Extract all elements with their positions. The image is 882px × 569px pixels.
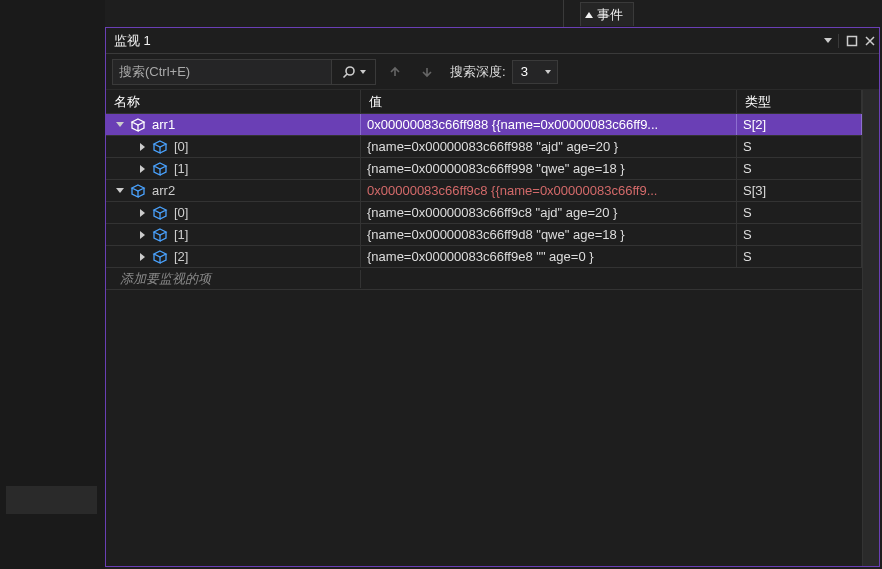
table-row[interactable]: arr20x00000083c66ff9c8 {{name=0x00000083… <box>106 179 862 202</box>
divider <box>838 34 839 48</box>
value-cell: {name=0x00000083c66ff998 "qwe" age=18 } <box>361 158 737 179</box>
value-cell: {name=0x00000083c66ff988 "ajd" age=20 } <box>361 136 737 157</box>
row-name: [0] <box>172 205 188 220</box>
row-name: [1] <box>172 227 188 242</box>
name-cell: [1] <box>106 224 361 245</box>
table-row[interactable]: [2]{name=0x00000083c66ff9e8 "" age=0 }S <box>106 245 862 268</box>
arrow-up-icon <box>388 65 402 79</box>
value-cell: {name=0x00000083c66ff9c8 "ajd" age=20 } <box>361 202 737 223</box>
search-options-button[interactable] <box>332 59 376 85</box>
name-cell: [2] <box>106 246 361 267</box>
object-icon <box>152 249 168 265</box>
row-name: arr2 <box>150 183 175 198</box>
name-cell: [1] <box>106 158 361 179</box>
collapse-icon[interactable] <box>114 188 126 193</box>
search-next-button[interactable] <box>414 59 440 85</box>
vertical-scrollbar[interactable] <box>862 90 879 566</box>
collapse-icon[interactable] <box>114 122 126 127</box>
type-cell: S <box>737 224 862 245</box>
object-icon <box>152 161 168 177</box>
svg-rect-0 <box>848 36 857 45</box>
search-depth-select[interactable]: 3 <box>512 60 558 84</box>
panel-toolbar: 搜索(Ctrl+E) 搜索深度: 3 <box>106 54 879 90</box>
top-tab-strip: 事件 <box>105 0 882 30</box>
expand-icon[interactable] <box>136 209 148 217</box>
table-row[interactable]: [1]{name=0x00000083c66ff998 "qwe" age=18… <box>106 157 862 180</box>
panel-titlebar: 监视 1 <box>106 28 879 54</box>
search-placeholder: 搜索(Ctrl+E) <box>119 63 190 81</box>
type-cell: S[3] <box>737 180 862 201</box>
watch-grid-area: 名称 值 类型 arr10x00000083c66ff988 {{name=0x… <box>106 90 879 566</box>
watch-grid: 名称 值 类型 arr10x00000083c66ff988 {{name=0x… <box>106 90 862 566</box>
search-prev-button[interactable] <box>382 59 408 85</box>
table-row[interactable]: [1]{name=0x00000083c66ff9d8 "qwe" age=18… <box>106 223 862 246</box>
value-cell: 0x00000083c66ff988 {{name=0x00000083c66f… <box>361 114 737 135</box>
search-depth-label: 搜索深度: <box>450 63 506 81</box>
object-icon <box>130 117 146 133</box>
type-cell: S <box>737 246 862 267</box>
expand-icon[interactable] <box>136 165 148 173</box>
search-input[interactable]: 搜索(Ctrl+E) <box>112 59 332 85</box>
value-cell: {name=0x00000083c66ff9e8 "" age=0 } <box>361 246 737 267</box>
column-header-name[interactable]: 名称 <box>106 90 361 113</box>
window-options-dropdown-icon[interactable] <box>824 38 832 43</box>
column-headers: 名称 值 类型 <box>106 90 862 114</box>
object-icon <box>152 205 168 221</box>
chevron-down-icon <box>545 70 551 74</box>
type-cell: S <box>737 136 862 157</box>
value-cell: {name=0x00000083c66ff9d8 "qwe" age=18 } <box>361 224 737 245</box>
table-row[interactable]: [0]{name=0x00000083c66ff9c8 "ajd" age=20… <box>106 201 862 224</box>
row-name: [1] <box>172 161 188 176</box>
row-name: [2] <box>172 249 188 264</box>
expand-icon[interactable] <box>136 143 148 151</box>
search-depth-value: 3 <box>521 64 528 79</box>
type-cell: S <box>737 202 862 223</box>
column-header-value[interactable]: 值 <box>361 90 737 113</box>
chevron-down-icon <box>360 70 366 74</box>
expand-up-icon <box>585 12 593 18</box>
add-watch-row[interactable]: 添加要监视的项 <box>106 267 862 290</box>
name-cell: arr2 <box>106 180 361 201</box>
type-cell: S[2] <box>737 114 862 135</box>
add-watch-placeholder: 添加要监视的项 <box>106 270 211 288</box>
editor-background <box>0 0 105 569</box>
object-icon <box>152 139 168 155</box>
row-name: arr1 <box>150 117 175 132</box>
maximize-button[interactable] <box>843 32 861 50</box>
column-header-type[interactable]: 类型 <box>737 90 862 113</box>
expand-icon[interactable] <box>136 253 148 261</box>
arrow-down-icon <box>420 65 434 79</box>
type-cell: S <box>737 158 862 179</box>
rows-container: arr10x00000083c66ff988 {{name=0x00000083… <box>106 114 862 268</box>
row-name: [0] <box>172 139 188 154</box>
expand-icon[interactable] <box>136 231 148 239</box>
tab-events[interactable]: 事件 <box>580 2 634 26</box>
table-row[interactable]: [0]{name=0x00000083c66ff988 "ajd" age=20… <box>106 135 862 158</box>
value-cell: 0x00000083c66ff9c8 {{name=0x00000083c66f… <box>361 180 737 201</box>
divider <box>563 0 564 30</box>
object-icon <box>152 227 168 243</box>
search-icon <box>342 65 356 79</box>
name-cell: arr1 <box>106 114 361 135</box>
watch-panel: 监视 1 搜索(Ctrl+E) 搜索深度: 3 <box>105 27 880 567</box>
tab-events-label: 事件 <box>597 6 623 24</box>
name-cell: [0] <box>106 136 361 157</box>
name-cell: [0] <box>106 202 361 223</box>
table-row[interactable]: arr10x00000083c66ff988 {{name=0x00000083… <box>106 113 862 136</box>
close-button[interactable] <box>861 32 879 50</box>
object-icon <box>130 183 146 199</box>
panel-title: 监视 1 <box>106 32 151 50</box>
